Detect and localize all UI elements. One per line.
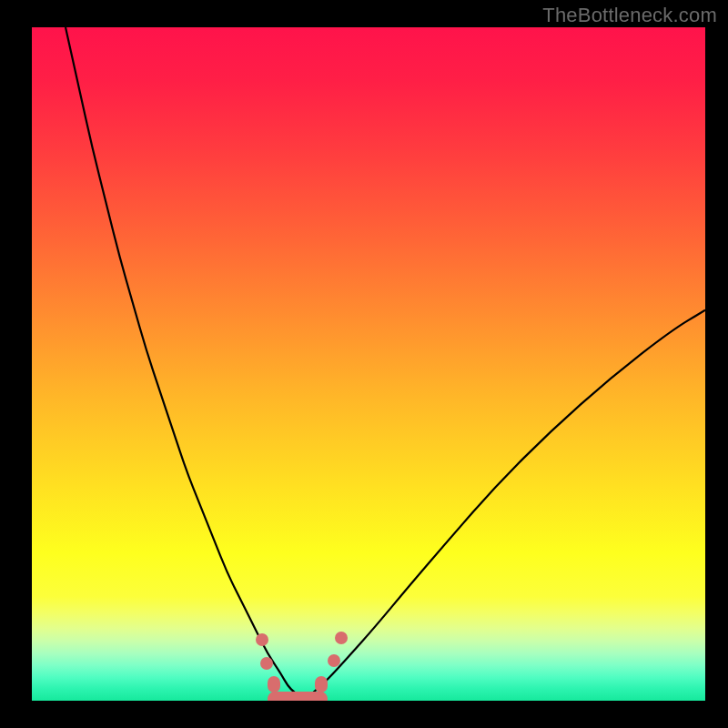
marker-flat-right-cap [315,676,328,693]
plot-area [32,27,705,701]
mismatch-curve [32,27,705,701]
marker-left-dot-2 [260,657,273,670]
marker-flat-left-cap [268,676,280,693]
chart-frame: TheBottleneck.com [0,0,728,728]
watermark-text: TheBottleneck.com [542,4,717,27]
marker-right-dot-1 [328,654,340,667]
marker-flat-run [268,692,328,701]
